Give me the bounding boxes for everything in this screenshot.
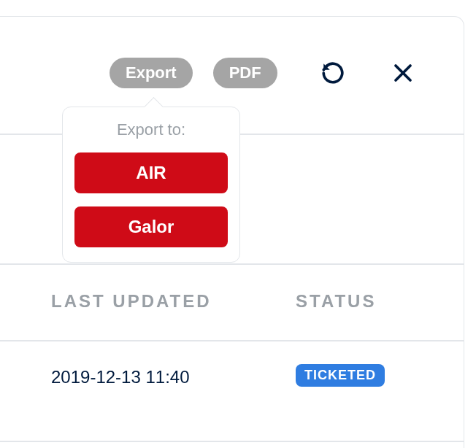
popover-title: Export to: [74,120,228,139]
divider [0,263,464,265]
close-icon [392,62,414,84]
export-popover: Export to: AIR Galor [62,107,240,263]
cell-last-updated: 2019-12-13 11:40 [51,367,190,387]
export-option-air[interactable]: AIR [74,152,228,193]
divider [0,340,464,341]
refresh-icon [320,61,345,85]
close-button[interactable] [388,58,418,88]
column-header-last-updated: LAST UPDATED [51,291,212,312]
refresh-button[interactable] [318,58,348,88]
export-option-galor[interactable]: Galor [74,206,228,247]
toolbar: Export PDF [110,58,418,88]
column-header-status: STATUS [296,291,376,312]
export-button[interactable]: Export [110,58,193,88]
pdf-button[interactable]: PDF [213,58,277,88]
panel: Export PDF Export to: AIR Galor LAST UPD… [0,16,464,448]
divider [0,441,464,442]
status-badge: TICKETED [296,364,385,387]
